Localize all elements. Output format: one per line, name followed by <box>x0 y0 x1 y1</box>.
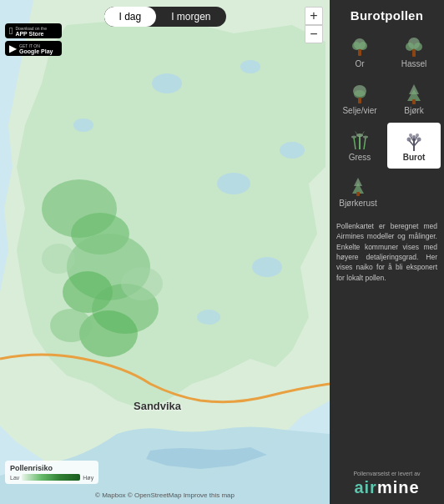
apple-badge-line2: APP Store <box>15 31 47 37</box>
google-badge-line2: Google Play <box>19 48 53 54</box>
airmine-footer: Pollenvarselst er levert av airmine <box>330 466 444 504</box>
svg-point-46 <box>412 135 416 139</box>
svg-point-12 <box>280 142 305 159</box>
svg-point-13 <box>217 173 250 194</box>
svg-point-45 <box>416 134 419 137</box>
map-container: I dag I morgen + −  Download on the APP… <box>0 0 330 504</box>
burot-icon <box>402 129 426 153</box>
map-attribution: © Mapbox © OpenStreetMap Improve this ma… <box>95 491 235 499</box>
zoom-out-button[interactable]: − <box>305 25 323 43</box>
legend: Pollenrisiko Lav Høy <box>5 461 98 484</box>
legend-low: Lav <box>10 475 19 481</box>
bjorkerust-icon <box>346 175 370 199</box>
svg-point-26 <box>354 90 366 98</box>
svg-line-33 <box>364 138 366 149</box>
apple-store-badge[interactable]:  Download on the APP Store <box>5 23 62 38</box>
selje-vier-label: Selje/vier <box>342 106 376 115</box>
hassel-icon <box>402 36 426 59</box>
pollen-item-hassel[interactable]: Hassel <box>387 29 441 75</box>
legend-bar: Lav Høy <box>10 474 93 481</box>
zoom-controls: + − <box>305 7 323 43</box>
svg-point-42 <box>407 138 411 142</box>
bjork-icon <box>402 83 426 106</box>
pollen-grid: Or Hassel Selje/vier <box>330 29 444 169</box>
burot-label: Burot <box>403 153 426 162</box>
svg-rect-20 <box>358 49 361 56</box>
svg-point-19 <box>359 42 367 50</box>
legend-high: Høy <box>83 475 93 481</box>
google-play-badge[interactable]: ▶ GET IT ON Google Play <box>5 41 62 56</box>
map-svg <box>0 0 330 504</box>
svg-point-44 <box>409 134 412 137</box>
svg-point-35 <box>351 136 356 139</box>
svg-point-8 <box>121 267 163 300</box>
legend-gradient <box>22 474 80 481</box>
svg-point-7 <box>50 309 92 342</box>
svg-point-36 <box>363 136 368 139</box>
airmine-logo: airmine <box>354 478 419 497</box>
pollen-item-selje-vier[interactable]: Selje/vier <box>333 76 386 122</box>
gress-label: Gress <box>349 153 371 162</box>
pollen-item-or[interactable]: Or <box>333 29 386 75</box>
or-icon <box>348 36 371 59</box>
selje-vier-icon <box>348 83 371 106</box>
svg-rect-27 <box>358 98 361 103</box>
svg-point-9 <box>42 244 75 274</box>
svg-point-16 <box>73 118 93 132</box>
bjork-label: Bjørk <box>404 106 423 115</box>
tab-bar[interactable]: I dag I morgen <box>103 7 225 27</box>
svg-rect-30 <box>412 99 416 104</box>
pollen-description: Pollenkartet er beregnet med Airmines mo… <box>330 214 444 290</box>
svg-point-15 <box>197 310 220 325</box>
tab-tomorrow[interactable]: I morgen <box>156 7 225 27</box>
pollen-item-burot[interactable]: Burot <box>387 123 441 169</box>
city-label: Sandvika <box>134 400 181 412</box>
pollen-item-bjork[interactable]: Bjørk <box>387 76 441 122</box>
gress-icon <box>348 129 371 153</box>
svg-marker-29 <box>407 89 421 101</box>
pollen-item-gress[interactable]: Gress <box>333 123 386 169</box>
zoom-in-button[interactable]: + <box>305 7 323 25</box>
or-label: Or <box>355 59 364 68</box>
app-store-logos:  Download on the APP Store ▶ GET IT ON … <box>5 23 62 56</box>
apple-icon:  <box>9 25 13 37</box>
pollen-item-bjorkerust[interactable]: Bjørkerust <box>333 169 383 214</box>
svg-point-14 <box>252 257 282 277</box>
bjorkerust-label: Bjørkerust <box>339 199 377 208</box>
tab-today[interactable]: I dag <box>103 7 156 27</box>
airmine-tagline: Pollenvarselst er levert av <box>353 471 420 476</box>
svg-rect-24 <box>412 49 416 57</box>
svg-point-10 <box>152 73 182 93</box>
hassel-label: Hassel <box>401 59 427 68</box>
legend-title: Pollenrisiko <box>10 464 93 472</box>
sidebar: Burotpollen Or Hassel <box>330 0 444 504</box>
sidebar-title: Burotpollen <box>330 0 444 29</box>
svg-point-11 <box>240 60 260 73</box>
svg-line-32 <box>354 138 356 149</box>
google-play-icon: ▶ <box>9 43 17 54</box>
svg-point-43 <box>417 138 421 142</box>
svg-rect-49 <box>356 192 360 196</box>
